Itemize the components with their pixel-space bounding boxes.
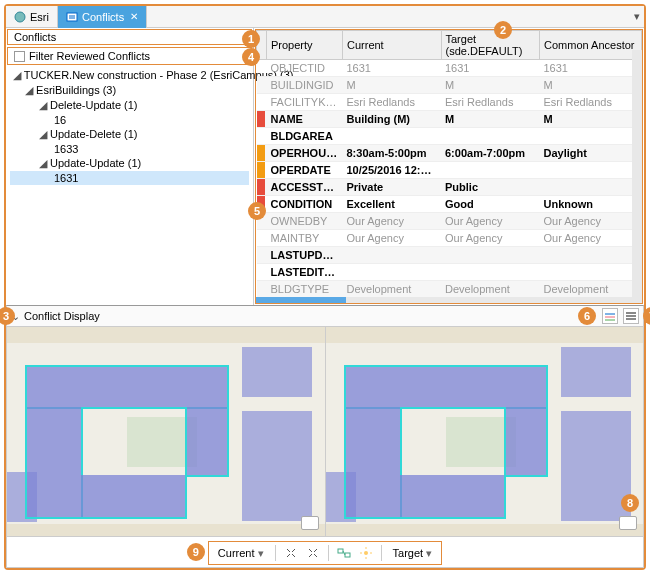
- col-property[interactable]: Property: [267, 31, 343, 60]
- svg-rect-8: [626, 315, 636, 317]
- attributes-panel: 2 5 Property Current Target (sde.DEFAULT…: [254, 28, 644, 305]
- svg-point-12: [364, 551, 368, 555]
- expand-icon[interactable]: ◢: [38, 128, 47, 141]
- table-row[interactable]: NAMEBuilding (M)MM: [257, 111, 642, 128]
- table-row[interactable]: OWNEDBYOur AgencyOur AgencyOur Agency: [257, 213, 642, 230]
- expand-icon[interactable]: ◢: [24, 84, 33, 97]
- checkbox-icon[interactable]: [14, 51, 25, 62]
- cell-tgt: [441, 162, 540, 179]
- cell-tgt: M: [441, 77, 540, 94]
- cell-anc: [540, 162, 642, 179]
- table-row[interactable]: BLDGAREA: [257, 128, 642, 145]
- conflict-table: Property Current Target (sde.DEFAULT) Co…: [256, 30, 642, 297]
- display-toggle-grid-icon[interactable]: [602, 308, 618, 324]
- callout-8: 8: [621, 494, 639, 512]
- cell-anc: Development: [540, 281, 642, 298]
- tree-item[interactable]: 1633: [10, 142, 249, 156]
- table-row[interactable]: OPERDATE10/25/2016 12:00:00 AM: [257, 162, 642, 179]
- globe-icon: [14, 11, 26, 23]
- tab-conflicts[interactable]: Conflicts ✕: [58, 6, 147, 28]
- cell-anc: Our Agency: [540, 230, 642, 247]
- callout-5: 5: [248, 202, 266, 220]
- map-current[interactable]: [7, 327, 325, 536]
- map-legend-icon[interactable]: [301, 516, 319, 530]
- col-ancestor[interactable]: Common Ancestor: [540, 31, 642, 60]
- cell-tgt: Our Agency: [441, 213, 540, 230]
- vertical-scrollbar[interactable]: [632, 50, 642, 297]
- cell-cur: 10/25/2016 12:00:00 AM: [343, 162, 442, 179]
- tab-esri[interactable]: Esri: [6, 6, 58, 28]
- col-target[interactable]: Target (sde.DEFAULT): [441, 31, 540, 60]
- cell-anc: Esri Redlands: [540, 94, 642, 111]
- cell-tgt: Public: [441, 179, 540, 196]
- conflict-icon: [66, 11, 78, 23]
- zoom-in-icon[interactable]: [282, 544, 300, 562]
- table-row[interactable]: BUILDINGIDMMM: [257, 77, 642, 94]
- link-views-icon[interactable]: [335, 544, 353, 562]
- table-row[interactable]: BLDGTYPEDevelopmentDevelopmentDevelopmen…: [257, 281, 642, 298]
- map-target[interactable]: 8: [325, 327, 644, 536]
- col-current[interactable]: Current: [343, 31, 442, 60]
- svg-rect-10: [338, 549, 343, 553]
- table-row[interactable]: ACCESSTYPEPrivatePublic: [257, 179, 642, 196]
- current-dropdown[interactable]: Current ▾: [213, 545, 269, 562]
- cell-anc: M: [540, 111, 642, 128]
- table-row[interactable]: CONDITIONExcellentGoodUnknown: [257, 196, 642, 213]
- tab-overflow-dropdown[interactable]: ▾: [630, 10, 644, 23]
- conflict-display-header[interactable]: ⌄ Conflict Display 6 7: [6, 305, 644, 327]
- target-dropdown[interactable]: Target ▾: [388, 545, 438, 562]
- callout-4: 4: [242, 48, 260, 66]
- conflict-display-label: Conflict Display: [24, 310, 100, 322]
- zoom-out-icon[interactable]: [304, 544, 322, 562]
- cell-cur: [343, 247, 442, 264]
- close-icon[interactable]: ✕: [130, 11, 138, 22]
- callout-9: 9: [187, 543, 205, 561]
- cell-tgt: M: [441, 111, 540, 128]
- conflict-flag-icon: [257, 145, 265, 161]
- cell-prop: ACCESSTYPE: [267, 179, 343, 196]
- conflict-flag-icon: [257, 111, 265, 127]
- cell-prop: BLDGAREA: [267, 128, 343, 145]
- cell-anc: Our Agency: [540, 213, 642, 230]
- expand-icon[interactable]: ◢: [38, 157, 47, 170]
- table-row[interactable]: MAINTBYOur AgencyOur AgencyOur Agency: [257, 230, 642, 247]
- cell-cur: Esri Redlands: [343, 94, 442, 111]
- cell-anc: M: [540, 77, 642, 94]
- cell-cur: Excellent: [343, 196, 442, 213]
- tab-label: Esri: [30, 11, 49, 23]
- cell-anc: Unknown: [540, 196, 642, 213]
- tab-label: Conflicts: [82, 11, 124, 23]
- svg-rect-9: [626, 318, 636, 320]
- tree-root[interactable]: ◢ TUCKER.New construction - Phase 2 (Esr…: [10, 68, 249, 83]
- cell-prop: CONDITION: [267, 196, 343, 213]
- map-legend-icon[interactable]: [619, 516, 637, 530]
- tree-update-delete[interactable]: ◢ Update-Delete (1): [10, 127, 249, 142]
- table-row[interactable]: FACILITYKEYEsri RedlandsEsri RedlandsEsr…: [257, 94, 642, 111]
- table-row[interactable]: LASTEDITOR: [257, 264, 642, 281]
- conflict-flag-icon: [257, 179, 265, 195]
- table-row[interactable]: OBJECTID163116311631: [257, 60, 642, 77]
- horizontal-scrollbar[interactable]: [256, 297, 642, 303]
- cell-prop: NAME: [267, 111, 343, 128]
- tree-layer[interactable]: ◢ EsriBuildings (3): [10, 83, 249, 98]
- filter-reviewed-row[interactable]: Filter Reviewed Conflicts 4: [7, 47, 252, 65]
- cell-anc: [540, 128, 642, 145]
- cell-prop: OBJECTID: [267, 60, 343, 77]
- conflict-flag-icon: [257, 77, 265, 93]
- expand-icon[interactable]: ◢: [12, 69, 21, 82]
- conflict-flag-icon: [257, 247, 265, 263]
- tree-delete-update[interactable]: ◢ Delete-Update (1): [10, 98, 249, 113]
- tree-item-selected[interactable]: 1631: [10, 171, 249, 185]
- svg-point-0: [15, 12, 25, 22]
- table-row[interactable]: LASTUPDATE: [257, 247, 642, 264]
- cell-tgt: 6:00am-7:00pm: [441, 145, 540, 162]
- cell-anc: 1631: [540, 60, 642, 77]
- conflict-flag-icon: [257, 281, 265, 297]
- expand-icon[interactable]: ◢: [38, 99, 47, 112]
- flash-icon[interactable]: [357, 544, 375, 562]
- tree-item[interactable]: 16: [10, 113, 249, 127]
- display-toggle-list-icon[interactable]: [623, 308, 639, 324]
- table-row[interactable]: OPERHOURS8:30am-5:00pm6:00am-7:00pmDayli…: [257, 145, 642, 162]
- tree-update-update[interactable]: ◢ Update-Update (1): [10, 156, 249, 171]
- cell-tgt: Good: [441, 196, 540, 213]
